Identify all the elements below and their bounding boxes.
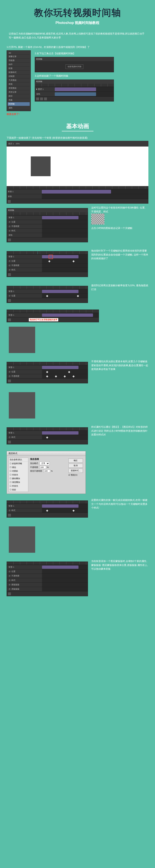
step2-label: 2.在下拉三角点击【创建视频时间轴】 (35, 52, 148, 55)
video-clip[interactable] (55, 87, 96, 91)
menu-item[interactable]: 动作 (8, 63, 30, 67)
track-label[interactable]: 矩形 1 (7, 189, 42, 194)
prev-frame-button[interactable] (40, 97, 43, 100)
menu-item[interactable]: 测量记录 (8, 55, 30, 59)
menu-item[interactable]: 色板 (8, 98, 30, 102)
timeline-panel-created: 时间轴 图层 1 音轨 (35, 80, 114, 101)
play-button[interactable] (8, 239, 11, 241)
menu-item[interactable]: 路径 (8, 94, 30, 98)
style-item[interactable]: ☐ 投影 (9, 488, 28, 492)
style-item[interactable]: ☐ 内阴影 (9, 469, 28, 473)
prop-style[interactable]: ⏱ 样式 (7, 229, 42, 233)
menu-item[interactable]: 导航器 (8, 59, 30, 63)
new-style-button[interactable]: 新建样式... (68, 469, 83, 473)
window-menu[interactable]: 3D 测量记录 导航器 动作 段落 段落样式 仿制源 工具预设 画笔 画笔预设 … (7, 50, 31, 111)
timeline-framerate: 矩形 1 ⏱ 位置 (7, 286, 88, 303)
anno-found: 就是这里了! (7, 113, 31, 116)
menu-item[interactable]: 工具预设 (8, 79, 30, 82)
timeline-ruler[interactable] (35, 84, 114, 87)
expand-icon[interactable] (36, 89, 37, 90)
canvas-toolbar: 图层 1 25% (7, 141, 148, 147)
layer-style-dialog[interactable]: 图层样式 混合选项:默认 ☐ 斜面和浮雕 ☐ 描边 ☐ 内阴影 ☐ 内发光 ☐ … (7, 451, 86, 494)
blend-mode-select[interactable]: 正常 (39, 462, 50, 465)
timeline-controls (7, 199, 148, 204)
zoom-anno: 拖动到它可以改变数据帧的速率 (29, 318, 58, 321)
menu-item[interactable]: 仿制源 (8, 74, 30, 79)
style-item[interactable]: ☐ 外发光 (9, 484, 28, 488)
timeline-props: 时间轴 矩形 1 ⏱ 位置 ⏱ 不透明度 ⏱ 样式 音轨 (7, 208, 88, 242)
timeline-ruler[interactable] (7, 186, 148, 189)
dialog-title: 图层样式 (7, 451, 86, 456)
style-item[interactable]: ☐ 斜面和浮雕 (9, 462, 28, 466)
audio-track-label[interactable]: 音轨 (35, 92, 55, 96)
menu-item[interactable]: 历史记录 (8, 90, 30, 94)
ps-canvas: 图层 1 25% 矩形 1 音轨 (7, 141, 148, 204)
menu-item[interactable]: 段落 (8, 67, 30, 70)
timeline-mask: 矩形 1 ⏱ 位置 ⏱ 不透明度 ⏱ 样式 ⏱ 蒙版版版 ⏱ 原版版版 (7, 561, 88, 596)
intro-text: 记得自己当初在接触时间轴的时候,感觉茫然,也没有人教,无奈网上找教程可是找了很多… (0, 27, 155, 44)
style-item[interactable]: ☐ 颜色叠加 (9, 477, 28, 480)
b6-text: 设置样式属性的第一帧完成后就能转换式,在同一帧建立一个与外层样式相同!可以拖动一… (91, 498, 148, 510)
keyframe[interactable] (72, 260, 75, 262)
b1-text: 这时可以看到这个矩形在时间轴中有3种属性: 位置、不透明度、样式 (91, 206, 148, 214)
audio-track-label[interactable]: 音轨 (7, 194, 42, 199)
b7-text: 当给矩形添加一个图层蒙版版时,会增加2个新的属性,蒙版版版: 图层蒙版版移原来位… (91, 559, 148, 571)
timeline-style2: 矩形 1 ⏱ 样式 (7, 500, 88, 518)
style-item[interactable]: ☐ 渐变叠加 (9, 480, 28, 484)
cancel-button[interactable]: 取消 (68, 464, 83, 468)
result-preview (9, 327, 35, 353)
menu-item[interactable]: 属性 (8, 106, 30, 110)
next-frame-button[interactable] (44, 97, 47, 100)
page-subtitle: Photoshop 视频时间轴教程 (0, 21, 155, 25)
video-clip[interactable] (42, 190, 111, 193)
layer-name: 图层 1 (8, 142, 14, 145)
timeline-panel-empty: 时间轴 创建视频时间轴 (35, 57, 114, 72)
timeline-keyframes: 矩形 1 ⏱ 位置 ⏱ 不透明度 ⏱ 样式 (7, 251, 88, 277)
result-preview (9, 526, 35, 553)
prop-position[interactable]: ⏱ 位置 (7, 220, 42, 224)
timeline-controls (35, 96, 114, 101)
timeline-zoom: 矩形 1 拖动到它可以改变数据帧的速率 (7, 310, 99, 322)
style-item[interactable]: 混合选项:默认 (9, 458, 28, 462)
zoom-level[interactable]: 25% (16, 143, 20, 145)
rect-shape[interactable] (31, 156, 51, 176)
b5-text: 样式属性可以通过【图层】-【图层样式】对矩形的样式进行设定 同样点击小时钟图标并… (91, 425, 148, 437)
keyframe-highlight (49, 255, 53, 259)
menu-item[interactable]: 段落样式 (8, 70, 30, 74)
create-timeline-button[interactable]: 创建视频时间轴 (65, 64, 83, 69)
menu-item-timeline[interactable]: 时间轴 (8, 102, 30, 106)
result-preview (9, 392, 35, 418)
opacity-input[interactable] (39, 466, 46, 469)
menu-item[interactable]: 画笔 (8, 82, 30, 86)
timeline-style: 矩形 1 ⏱ 样式 (7, 427, 88, 444)
section-heading: 基本动画 (62, 122, 93, 131)
video-clip[interactable] (42, 216, 79, 219)
b3-text: 接控到记得再次更改帧分帧率改变为10%, 避免拖慢就打消 (91, 284, 148, 291)
step1-label: 1.打开PS, 新建一个画布 (Ctrl+N) , 在顶部的窗口选项中就能找到【… (7, 45, 148, 49)
step3-label: 3.这样就创建了一个视频时间轴 (35, 74, 148, 78)
fill-input[interactable] (43, 469, 50, 472)
b4-text: 不透明属性的系法跟位置基本相同,设置几个关键帧改变矩形的不透明,来实现闪烁的效果… (91, 360, 148, 371)
ok-button[interactable]: 确定 (68, 459, 83, 463)
timeline-tab[interactable]: 时间轴 (36, 80, 42, 83)
basic-intro: 下面就开一始做动画了! 首先绘制一个矩形 (矩形状在做动画中相对比较直观) (0, 136, 155, 140)
style-item[interactable]: ☐ 内发光 (9, 473, 28, 477)
keyframe[interactable] (49, 260, 51, 262)
audio-clip[interactable] (55, 92, 96, 96)
play-button[interactable] (8, 200, 10, 203)
menu-item[interactable]: 3D (8, 52, 30, 55)
style-item[interactable]: ☐ 描边 (9, 466, 28, 469)
page-title: 教你玩转视频时间轴 (0, 7, 155, 19)
b1-more: 点击小时钟的图标就会记录一个关键帧 (91, 226, 148, 230)
menu-item[interactable]: 画笔预设 (8, 86, 30, 90)
track-label[interactable]: 图层 1 (35, 87, 55, 92)
track-label[interactable]: 矩形 1 (7, 216, 42, 220)
b2-text: 拖动指针到下一个关键帧的位置再移动矩形到所需要我到到的位置就会自动创建一个关键帧… (91, 249, 148, 260)
timeline-tab[interactable]: 时间轴 (36, 58, 42, 61)
checker-preview (91, 214, 104, 224)
timeline-opacity: 矩形 1 ⏱ 位置 ⏱ 不透明度 (7, 362, 88, 383)
dlg-section: 混合选项 (30, 458, 66, 461)
play-button[interactable] (36, 97, 39, 100)
prop-opacity[interactable]: ⏱ 不透明度 (7, 224, 42, 228)
